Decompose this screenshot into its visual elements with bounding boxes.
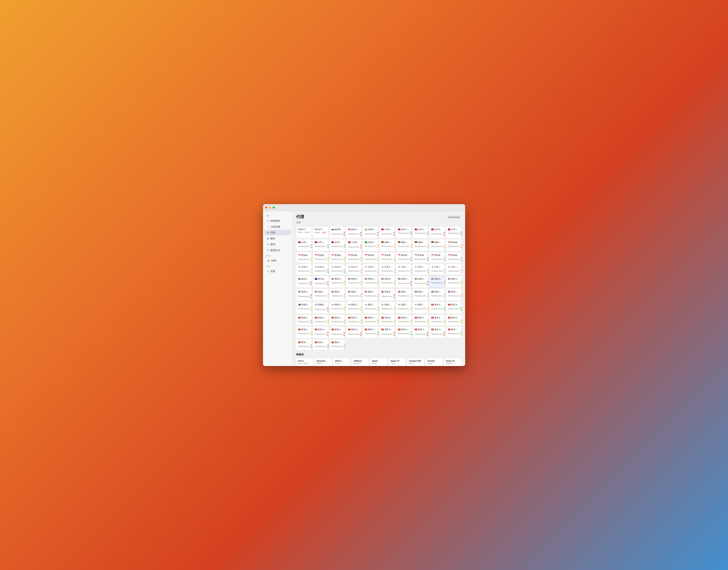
proxy-card[interactable]: 🇸🇬 新加坡 IEPL [01] Shadowsocks 43 ms [396,252,412,263]
proxy-card[interactable]: 🇺🇸 美国 DMIT [02] Shadowsocks 188 ms [346,276,361,288]
proxy-card[interactable]: 🇬🇧 英国 IEPL [03] [Lite] Shadowsocks 406 m… [429,289,445,301]
proxy-card[interactable]: 🇹🇼 台湾 IEPL [02] Shadowsocks 44 ms [296,239,312,251]
proxy-card[interactable]: 🇭🇰 香港 Aliyun [01] Shadowsocks 88 ms [429,302,445,313]
strategy-card[interactable]: AdBlock REJECT [351,358,369,366]
proxy-card[interactable]: 🇸🇬 新加坡 Aliyun [04] Shadowsocks 208 ms [329,252,345,263]
proxy-card[interactable]: 🇺🇸 美国 DMIT [04] Shadowsocks 180 ms [379,276,395,288]
proxy-card[interactable]: 🇸🇬 新加坡 Aliyun [02] Shadowsocks 216 ms [296,252,312,263]
proxy-card[interactable]: 🇷🇺 俄罗斯 Edge Shadowsocks 超时 [329,226,345,238]
minimize-button[interactable] [269,206,271,209]
proxy-card[interactable]: 🇭🇰 香港 HKT [07] Shadowsocks 超时 [413,326,428,338]
proxy-card[interactable]: 🇭🇰 香港 Aliyun [03] Shadowsocks 94 ms [296,315,312,325]
sidebar-item-rewrite[interactable]: ★ 重写 [264,242,291,247]
proxy-card[interactable]: 🇭🇰 香港 HKT [02] Shadowsocks 超时 [329,326,345,338]
proxy-card[interactable]: 🇸🇬 新加坡 Aliyun [01] Shadowsocks 212 ms [446,239,462,251]
proxy-card[interactable]: 🇯🇵 日本 DMIT [02] Shadowsocks 91 ms [329,264,345,275]
proxy-card[interactable]: 🇰🇷 韩国 IEPL [01] [Lite] Shadowsocks 165 m… [362,302,378,313]
proxy-card[interactable]: 🇦🇷 阿根廷 Edge Shadowsocks 超时 [312,302,328,313]
proxy-card[interactable]: 🇸🇬 新加坡 Edge [02] Shadowsocks 239 ms [379,252,395,263]
proxy-card[interactable]: 🇸🇬 新加坡 IEPL [03] Shadowsocks 44 ms [429,252,445,263]
proxy-card[interactable]: 🇹🇼 台湾 Edge Shadowsocks 超时 [429,226,445,238]
maximize-button[interactable] [272,206,275,209]
proxy-card[interactable]: 🇺🇸 美国 GIA [01] Shadowsocks 165 ms [446,276,462,288]
sidebar-item-active-connections[interactable]: 〜 活跃连接 [264,224,291,230]
proxy-card[interactable]: 🇺🇸 美国 DMIT [01] Shadowsocks 185 ms [329,276,345,288]
proxy-card[interactable]: 🇩🇪 德国 IEPL [02] Shadowsocks 437 ms [396,239,412,251]
proxy-card[interactable]: 🇭🇰 香港 HKT [01] Shadowsocks 超时 [312,326,328,338]
proxy-card[interactable]: 🇰🇷 韩国 IEPL [02] [Lite] Shadowsocks 176 m… [379,302,395,313]
proxy-card[interactable]: 🇸🇬 新加坡 Edge [01] Shadowsocks 654 ms [362,252,378,263]
strategy-card[interactable]: Domestic DIRECT [314,358,332,366]
proxy-card[interactable]: 🇭🇰 香港 HKT [04] Shadowsocks 103 ms [362,326,378,338]
proxy-card[interactable]: 🇹🇼 台湾 IEPL [04] Shadowsocks 45 ms [329,239,345,251]
proxy-card[interactable]: 🇹🇼 台湾 CHT [02] Shadowsocks 86 ms [396,226,412,238]
proxy-card[interactable]: 🇺🇸 美国 Edge [01] Shadowsocks 超时 [396,276,412,288]
proxy-card[interactable]: 🇯🇵 日本 IEPL [01] [Lite] Shadowsocks 166 m… [396,264,412,275]
proxy-card[interactable]: 🇵🇭 菲律宾 Edge Shadowsocks 589 ms [296,302,312,313]
proxy-card[interactable]: 🇭🇰 香港 Edge [02] Shadowsocks 247 ms [446,315,462,325]
proxy-card[interactable]: 🇯🇵 日本 DMIT [01] Shadowsocks 96 ms [312,264,328,275]
proxy-card[interactable]: 🇯🇵 日本 BBTEC Shadowsocks 133 ms [296,264,312,275]
strategy-card[interactable]: Others Proxy [333,358,350,366]
proxy-card[interactable]: 🇦🇺 澳大利亚 Edge Shadowsocks 超时 [312,276,328,288]
proxy-card[interactable]: 🇺🇸 美国 GIA [02] Shadowsocks 超时 [296,289,312,301]
proxy-card[interactable]: 🇭🇰 香港 DMIT [04] Shadowsocks 652 ms [396,315,412,325]
proxy-card[interactable]: 🇭🇰 香港 Aliyun [04] Shadowsocks 160 ms [312,315,328,325]
proxy-card[interactable]: 🇹🇼 台湾 CHT [01] Shadowsocks 超时 [379,226,395,238]
proxy-card[interactable]: 🇭🇰 香港 DMIT [01] Shadowsocks 191 ms [346,315,361,325]
proxy-card[interactable]: 🇭🇰 香港 DMIT [05] Shadowsocks 226 ms [413,315,428,325]
strategy-card[interactable]: Google FCM Proxy [407,358,425,366]
proxy-card[interactable]: 🇯🇵 日本 IEPL [04] [Lite] Shadowsocks 151 m… [446,264,462,275]
proxy-card[interactable]: 🇭🇰 香港 IEPL [02] [Lite] Shadowsocks 46 ms [296,339,312,350]
strategy-card[interactable]: Scholar Proxy [426,358,443,366]
strategy-card[interactable]: Asian TV DIRECT [444,358,462,366]
proxy-card[interactable]: 🇭🇰 香港 IEPL [03] [Lite] Shadowsocks 100 m… [312,339,328,350]
sidebar-item-mitm[interactable]: 🔒 MitM [264,258,291,263]
proxy-card[interactable]: REJECT Reject 超时 [312,226,328,238]
proxy-card[interactable]: 🇬🇧 英国 IEPL [02] [Lite] Shadowsocks 514 m… [413,289,428,301]
proxy-card[interactable]: 🇰🇷 韩国 Edge [01] Shadowsocks 285 ms [329,302,345,313]
proxy-card[interactable]: 🇭🇰 香港 DMIT [02] Shadowsocks 240 ms [362,315,378,325]
proxy-card[interactable]: 🇭🇰 香港 HKT [05] Shadowsocks 超时 [379,326,395,338]
strategy-card[interactable]: Apple Proxy [370,358,388,366]
proxy-card[interactable]: 🇯🇵 日本 Edge Shadowsocks 121 ms [379,264,395,275]
proxy-card[interactable]: 🇭🇰 香港 HKT [08] Shadowsocks 超时 [429,326,445,338]
sidebar-item-rules[interactable]: ▶ 规则 [264,236,291,241]
proxy-card[interactable]: 🇩🇪 德国 IEPL [04] Shadowsocks 419 ms [429,239,445,251]
proxy-card[interactable]: 🇭🇰 香港 Aliyun [02] Shadowsocks 90 ms [446,302,462,313]
proxy-card[interactable]: 🇬🇧 英国 IEPL [01] [Lite] Shadowsocks 412 m… [396,289,412,301]
proxy-card[interactable]: 🇰🇷 韩国 Edge [02] Shadowsocks 264 ms [346,302,361,313]
proxy-card[interactable]: 🇨🇦 加拿大 Edge Shadowsocks 超时 [346,226,361,238]
proxy-card[interactable]: 🇰🇷 韩国 IEPL [04] [Lite] Shadowsocks 143 m… [413,302,428,313]
proxy-card[interactable]: 🇺🇸 美国 IEPL [01] [Lite] Shadowsocks 353 m… [312,289,328,301]
proxy-card[interactable]: 🇹🇭 泰国 Edge Shadowsocks 超时 [296,276,312,288]
proxy-card[interactable]: 🇧🇷 巴西 Edge Shadowsocks 409 ms [362,239,378,251]
sidebar-item-config-file[interactable]: ☰ 配置文件 [264,248,291,253]
proxy-card[interactable]: 🇺🇸 美国 Edge [03] Shadowsocks 207 ms [429,276,445,288]
proxy-card[interactable]: 🇸🇬 新加坡 IEPL [04] [Lite] Shadowsocks 47 m… [446,252,462,263]
proxy-card[interactable]: 🇯🇵 日本 DMIT [04] Shadowsocks 370 ms [362,264,378,275]
proxy-card[interactable]: 🇭🇰 香港 Aliyun [05] Shadowsocks 120 ms [329,315,345,325]
proxy-card[interactable]: 🇭🇰 香港 IEPL [04] [Lite] Shadowsocks 47 ms [329,339,345,350]
proxy-card[interactable]: 🇺🇸 美国 Edge [02] Shadowsocks 超时 [413,276,428,288]
proxy-card[interactable]: DIRECT Direct 16 ms [296,226,312,238]
sidebar-item-settings[interactable]: ⊙ 设置 [264,269,291,274]
proxy-card[interactable]: 🇹🇷 土耳其 Edge Shadowsocks 超时 [346,239,361,251]
proxy-card[interactable]: 🇺🇸 美国 DMIT [03] Shadowsocks 290 ms [362,276,378,288]
proxy-card[interactable]: 🇬🇧 英国 IEPL [04] [Lite] Shadowsocks 405 m… [446,289,462,301]
proxy-card[interactable]: 🇭🇰 香港 Edge [01] Shadowsocks 570 ms [429,315,445,325]
proxy-card[interactable]: 🇩🇪 德国 IEPL [03] Shadowsocks 422 ms [413,239,428,251]
proxy-card[interactable]: 🇭🇰 香港 DMIT [03] Shadowsocks 234 ms [379,315,395,325]
proxy-card[interactable]: 🇯🇵 日本 DMIT [03] Shadowsocks 845 ms [346,264,361,275]
proxy-card[interactable]: 🇭🇰 香港 IEPL [01] Shadowsocks 45 ms [446,326,462,338]
proxy-card[interactable]: 🇺🇸 美国 IEPL [04] [Lite] Shadowsocks 353 m… [362,289,378,301]
proxy-card[interactable]: 🇭🇰 香港 HKT [03] Shadowsocks 超时 [346,326,361,338]
sidebar-item-proxy[interactable]: ⊞ 代理 [264,230,291,235]
proxy-card[interactable]: 🇯🇵 日本 IEPL [02] [Lite] Shadowsocks 152 m… [413,264,428,275]
proxy-card[interactable]: 🇸🇬 新加坡 IEPL [02] Shadowsocks 46 ms [413,252,428,263]
proxy-card[interactable]: 🇰🇷 韩国 IEPL [03] [Lite] Shadowsocks 166 m… [396,302,412,313]
proxy-card[interactable]: 🇺🇸 美国 IEPL [03] [Lite] Shadowsocks 384 m… [346,289,361,301]
proxy-card[interactable]: 🇸🇬 新加坡 Aliyun [03] Shadowsocks 210 ms [312,252,328,263]
proxy-card[interactable]: 🇬🇧 英国 Edge Shadowsocks 超时 [379,289,395,301]
proxy-card[interactable]: 🇯🇵 日本 IEPL [03] [Lite] Shadowsocks 152 m… [429,264,445,275]
